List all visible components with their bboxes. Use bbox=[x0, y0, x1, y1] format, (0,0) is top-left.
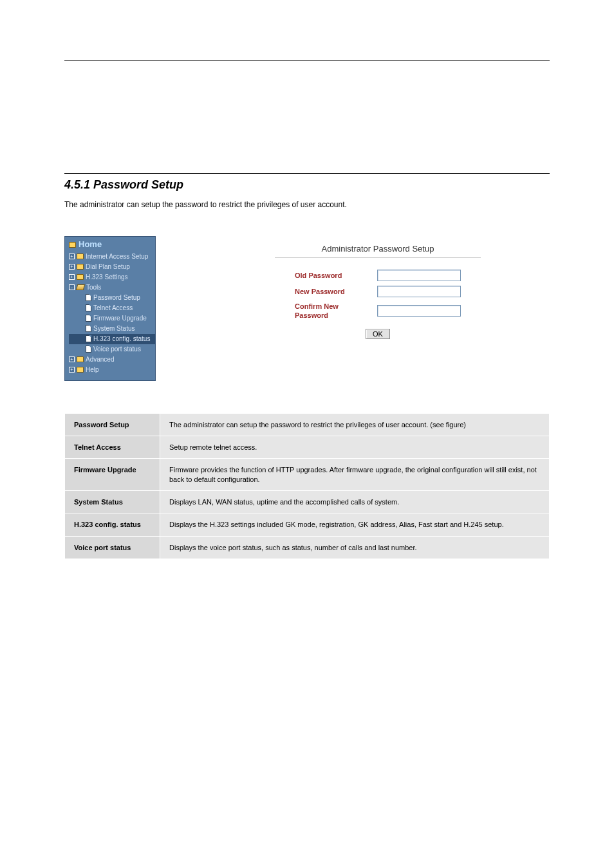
feature-name: Password Setup bbox=[65, 413, 160, 436]
sidebar-item-label: Advanced bbox=[86, 355, 114, 364]
folder-icon bbox=[77, 274, 84, 280]
old-password-input[interactable] bbox=[377, 270, 461, 281]
sidebar-nav: Home +Internet Access Setup+Dial Plan Se… bbox=[64, 236, 156, 381]
folder-icon bbox=[77, 367, 84, 373]
tree-spacer bbox=[78, 305, 84, 311]
feature-desc: Setup remote telnet access. bbox=[160, 436, 550, 459]
sidebar-item[interactable]: +Advanced bbox=[69, 355, 155, 365]
feature-name: Firmware Upgrade bbox=[65, 459, 160, 491]
sidebar-item-label: Internet Access Setup bbox=[86, 252, 148, 261]
sidebar-item[interactable]: +Internet Access Setup bbox=[69, 252, 155, 262]
expand-icon[interactable]: + bbox=[69, 264, 75, 270]
table-row: Password SetupThe administrator can setu… bbox=[65, 413, 550, 436]
sidebar-item-label: Dial Plan Setup bbox=[86, 263, 130, 271]
confirm-password-input[interactable] bbox=[377, 305, 461, 317]
section-heading: 4.5.1 Password Setup bbox=[64, 178, 550, 192]
page-icon bbox=[86, 315, 91, 322]
sidebar-item[interactable]: Voice port status bbox=[69, 344, 155, 355]
sidebar-item-label: Voice port status bbox=[93, 345, 141, 353]
folder-icon bbox=[77, 356, 84, 362]
confirm-password-label: Confirm New Password bbox=[295, 302, 366, 320]
new-password-label: New Password bbox=[295, 287, 366, 296]
screenshot-row: Home +Internet Access Setup+Dial Plan Se… bbox=[64, 236, 550, 381]
feature-name: H.323 config. status bbox=[65, 513, 160, 536]
folder-icon bbox=[77, 254, 84, 259]
sidebar-item-label: H.323 Settings bbox=[86, 273, 128, 281]
table-row: Voice port statusDisplays the voice port… bbox=[65, 536, 550, 559]
sidebar-item[interactable]: +H.323 Settings bbox=[69, 272, 155, 282]
sidebar-item[interactable]: H.323 config. status bbox=[69, 334, 155, 344]
features-table: Password SetupThe administrator can setu… bbox=[64, 413, 550, 559]
feature-name: System Status bbox=[65, 491, 160, 513]
sidebar-item-label: System Status bbox=[93, 324, 135, 333]
tree-spacer bbox=[78, 326, 84, 331]
sidebar-item-label: H.323 config. status bbox=[93, 335, 150, 343]
home-label: Home bbox=[79, 239, 102, 250]
sidebar-item-label: Firmware Upgrade bbox=[93, 314, 147, 322]
page-icon bbox=[86, 335, 91, 342]
ok-button[interactable]: OK bbox=[366, 329, 390, 339]
old-password-label: Old Password bbox=[295, 271, 366, 280]
sidebar-item[interactable]: -Tools bbox=[69, 282, 155, 293]
collapse-icon[interactable]: - bbox=[69, 284, 75, 290]
table-row: System StatusDisplays LAN, WAN status, u… bbox=[65, 491, 550, 513]
home-icon bbox=[69, 242, 76, 248]
folder-open-icon bbox=[76, 284, 85, 290]
sidebar-item[interactable]: Firmware Upgrade bbox=[69, 313, 155, 324]
panel-title: Administrator Password Setup bbox=[275, 244, 481, 258]
divider bbox=[64, 173, 550, 174]
sidebar-item[interactable]: System Status bbox=[69, 324, 155, 334]
page-icon bbox=[86, 346, 91, 353]
sidebar-item-label: Telnet Access bbox=[93, 304, 133, 312]
feature-desc: The administrator can setup the password… bbox=[160, 413, 550, 436]
expand-icon[interactable]: + bbox=[69, 356, 75, 362]
sidebar-item-label: Password Setup bbox=[93, 293, 140, 302]
page-icon bbox=[86, 294, 91, 301]
tree-spacer bbox=[78, 336, 84, 342]
tree-spacer bbox=[78, 295, 84, 300]
sidebar-item[interactable]: Telnet Access bbox=[69, 303, 155, 313]
folder-icon bbox=[77, 264, 84, 270]
expand-icon[interactable]: + bbox=[69, 367, 75, 373]
table-row: Telnet AccessSetup remote telnet access. bbox=[65, 436, 550, 459]
new-password-input[interactable] bbox=[377, 286, 461, 297]
tree-spacer bbox=[78, 315, 84, 321]
feature-desc: Displays LAN, WAN status, uptime and the… bbox=[160, 491, 550, 513]
expand-icon[interactable]: + bbox=[69, 274, 75, 280]
table-row: Firmware UpgradeFirmware provides the fu… bbox=[65, 459, 550, 491]
feature-name: Telnet Access bbox=[65, 436, 160, 459]
sidebar-item-label: Tools bbox=[86, 283, 101, 291]
table-row: H.323 config. statusDisplays the H.323 s… bbox=[65, 513, 550, 536]
feature-name: Voice port status bbox=[65, 536, 160, 559]
page-header bbox=[64, 39, 550, 61]
sidebar-item[interactable]: +Dial Plan Setup bbox=[69, 262, 155, 272]
password-panel: Administrator Password Setup Old Passwor… bbox=[206, 236, 550, 381]
section-intro: The administrator can setup the password… bbox=[64, 200, 550, 210]
feature-desc: Displays the voice port status, such as … bbox=[160, 536, 550, 559]
tree-spacer bbox=[78, 346, 84, 352]
sidebar-item[interactable]: +Help bbox=[69, 365, 155, 375]
sidebar-item-label: Help bbox=[86, 365, 99, 374]
expand-icon[interactable]: + bbox=[69, 254, 75, 259]
page-icon bbox=[86, 304, 91, 311]
feature-desc: Displays the H.323 settings included GK … bbox=[160, 513, 550, 536]
feature-desc: Firmware provides the function of HTTP u… bbox=[160, 459, 550, 491]
sidebar-item[interactable]: Password Setup bbox=[69, 293, 155, 303]
sidebar-home[interactable]: Home bbox=[69, 239, 155, 250]
page-icon bbox=[86, 325, 91, 332]
